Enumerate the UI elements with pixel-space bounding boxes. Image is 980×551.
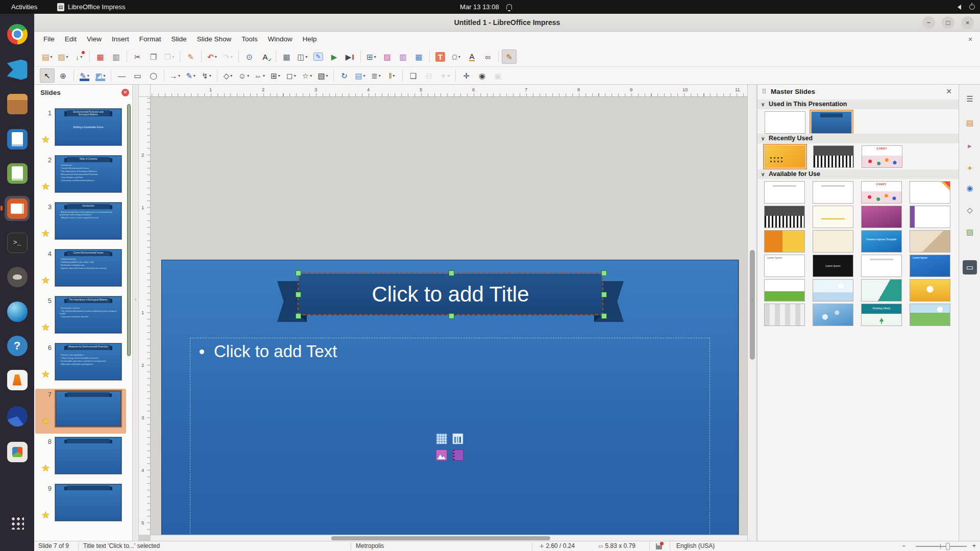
master-thumbnail-freshes[interactable]: Freshes Impress Template: [861, 230, 902, 253]
align-button[interactable]: ▤▾: [353, 68, 368, 83]
writer-icon[interactable]: [5, 127, 30, 152]
crop-button[interactable]: ⊟: [422, 68, 436, 83]
master-slides-icon[interactable]: ▭: [963, 260, 977, 274]
gimp-icon[interactable]: [5, 264, 30, 289]
connectors-button[interactable]: ↯▾: [199, 68, 214, 83]
master-thumbnail-candy[interactable]: CANDY: [862, 145, 902, 168]
minimize-button[interactable]: −: [922, 16, 935, 29]
insert-chart-placeholder-icon[interactable]: [452, 433, 463, 444]
navigator-icon[interactable]: ◉: [963, 181, 977, 195]
selection-handle-1[interactable]: [449, 270, 454, 276]
master-thumbnail-white-min[interactable]: [861, 255, 902, 277]
master-thumbnail-yellow-bulb[interactable]: [910, 279, 950, 302]
display-grid-button[interactable]: ▦: [279, 49, 294, 64]
master-thumbnail-piano[interactable]: [764, 206, 805, 228]
selection-handle-4[interactable]: [601, 292, 607, 297]
master-panel-close-icon[interactable]: ✕: [944, 87, 953, 95]
start-first-slide-button[interactable]: ▶: [327, 49, 341, 64]
insert-table-dropdown-icon[interactable]: ▾: [374, 55, 376, 59]
menu-edit[interactable]: Edit: [60, 32, 82, 47]
close-button[interactable]: ×: [961, 16, 974, 29]
drag-handle-icon[interactable]: ⠿: [762, 88, 767, 95]
filter-dropdown-icon[interactable]: ▾: [448, 73, 450, 78]
menu-help[interactable]: Help: [298, 32, 322, 47]
master-thumbnail-orange-split[interactable]: [764, 230, 805, 253]
master-thumbnail-blank[interactable]: [765, 111, 805, 134]
master-thumbnail-cream[interactable]: [813, 230, 853, 253]
master-thumbnail-green-landscape[interactable]: [910, 304, 950, 326]
system-status-icons[interactable]: [955, 0, 975, 14]
vlc-icon[interactable]: [5, 367, 30, 392]
maximize-button[interactable]: □: [942, 16, 954, 29]
spelling-button[interactable]: A: [258, 49, 273, 64]
zoom-slider-track[interactable]: [916, 546, 967, 547]
master-thumbnail-lorem-white[interactable]: Lorem Ipsum: [764, 255, 805, 277]
topbar-app-menu[interactable]: ▤ LibreOffice Impress: [57, 0, 125, 14]
master-thumbnail-pencil[interactable]: [910, 230, 950, 253]
master-thumbnail-purple-left[interactable]: [910, 206, 950, 228]
hyperlink-button[interactable]: ∞: [480, 49, 495, 64]
slides-scrollbar[interactable]: [127, 104, 131, 551]
fontwork-button[interactable]: A: [464, 49, 479, 64]
software-icon[interactable]: [5, 439, 30, 464]
line-color-dropdown-icon[interactable]: ▾: [87, 73, 89, 78]
save-dropdown-icon[interactable]: ▾: [80, 55, 82, 59]
menu-slide[interactable]: Slide: [166, 32, 192, 47]
section-recently-used[interactable]: Recently Used: [757, 134, 959, 143]
find-replace-button[interactable]: ⊙: [242, 49, 257, 64]
slide-thumbnail-5[interactable]: The Importance of Ecological Balance· Ec…: [55, 296, 122, 334]
stars-banners-dropdown-icon[interactable]: ▾: [310, 73, 312, 78]
special-character-dropdown-icon[interactable]: ▾: [458, 55, 460, 59]
zoom-out-button[interactable]: −: [902, 541, 905, 551]
master-thumbnail-green-nature[interactable]: [764, 279, 805, 302]
insert-image-placeholder-icon[interactable]: [436, 449, 447, 461]
slide-row-2[interactable]: 2Table of Contents· Introduction· Curren…: [35, 154, 126, 199]
slide-thumbnail-9[interactable]: [55, 484, 122, 521]
vertical-scrollbar[interactable]: ›: [747, 85, 756, 541]
document-close-icon[interactable]: ×: [965, 34, 976, 45]
slide-canvas[interactable]: Click to add Title Click to add Text: [161, 260, 739, 535]
save-button[interactable]: ↓▾: [71, 49, 86, 64]
activities-button[interactable]: Activities: [7, 0, 41, 14]
master-thumbnail-growing-liberty[interactable]: Growing Liberty: [861, 304, 902, 326]
slides-panel-close-icon[interactable]: ✕: [121, 89, 129, 96]
connectors-dropdown-icon[interactable]: ▾: [209, 73, 211, 78]
fill-color-dropdown-icon[interactable]: ▾: [104, 73, 106, 78]
redo-button[interactable]: ↷▾: [220, 49, 235, 64]
start-current-slide-button[interactable]: ▶: [342, 49, 357, 64]
slide-row-3[interactable]: 3Introduction· A brief introduction to t…: [35, 201, 126, 246]
flowchart-button[interactable]: ⊞▾: [268, 68, 283, 83]
title-selection-frame[interactable]: [298, 272, 603, 315]
rectangle-button[interactable]: ▭: [130, 68, 145, 83]
edit-points-button[interactable]: ✛: [459, 68, 474, 83]
collapse-left-icon[interactable]: ‹: [133, 289, 138, 309]
slide-thumbnail-7[interactable]: [55, 390, 122, 428]
align-dropdown-icon[interactable]: ▾: [363, 73, 365, 78]
export-pdf-button[interactable]: ▦: [93, 49, 108, 64]
display-views-dropdown-icon[interactable]: ▾: [306, 55, 308, 59]
master-thumbnail-blue-circles[interactable]: [813, 304, 853, 326]
callouts-button[interactable]: ◻▾: [284, 68, 299, 83]
slide-row-6[interactable]: 6Measures for Environmental Protection· …: [35, 342, 126, 387]
sidebar-settings-icon[interactable]: ☰: [963, 92, 977, 106]
slide-thumbnail-3[interactable]: Introduction· A brief introduction to th…: [55, 202, 122, 240]
slide-row-9[interactable]: 9★: [35, 483, 126, 528]
master-thumbnail-teal-modern[interactable]: [861, 279, 902, 302]
menu-slide-show[interactable]: Slide Show: [192, 32, 237, 47]
selection-handle-0[interactable]: [296, 270, 301, 276]
basic-shapes-button[interactable]: ◇▾: [220, 68, 235, 83]
new-button[interactable]: ▤▾: [40, 49, 55, 64]
horizontal-scrollbar[interactable]: [151, 535, 747, 541]
terminal-icon[interactable]: [5, 230, 30, 255]
arrange-dropdown-icon[interactable]: ▾: [379, 73, 381, 78]
menu-tools[interactable]: Tools: [236, 32, 263, 47]
zoom-button[interactable]: ⊕: [56, 68, 70, 83]
slide-thumbnail-2[interactable]: Table of Contents· Introduction· Current…: [55, 155, 122, 193]
curves-polygons-button[interactable]: ✎▾: [183, 68, 198, 83]
properties-icon[interactable]: ▤: [963, 116, 977, 130]
symbol-shapes-button[interactable]: ☺▾: [236, 68, 251, 83]
animation-icon[interactable]: ✦: [963, 161, 977, 176]
unsaved-changes-icon[interactable]: [656, 543, 662, 549]
clock-group[interactable]: Mar 13 13:08: [460, 0, 512, 14]
print-button[interactable]: ▥: [109, 49, 124, 64]
